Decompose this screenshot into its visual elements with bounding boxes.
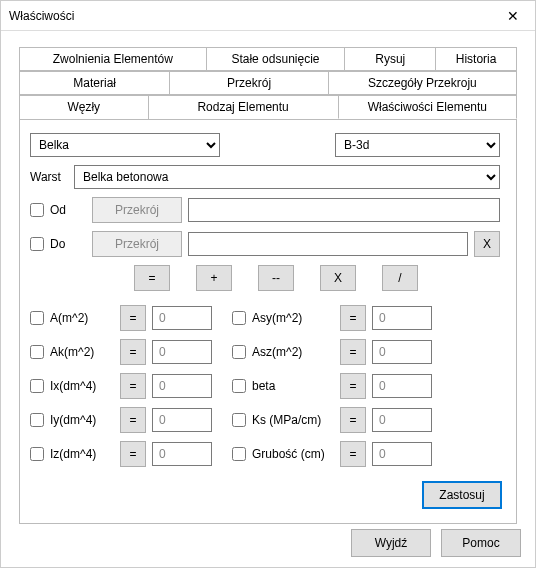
prop-ks-input[interactable] (372, 408, 432, 432)
prop-ak-eq[interactable]: = (120, 339, 146, 365)
prop-asy-input[interactable] (372, 306, 432, 330)
clear-to-button[interactable]: X (474, 231, 500, 257)
prop-asz-input[interactable] (372, 340, 432, 364)
prop-iz-eq[interactable]: = (120, 441, 146, 467)
selector-row: Belka B-3d (30, 133, 506, 157)
tab-stale-odsuniecie[interactable]: Stałe odsunięcie (206, 47, 346, 70)
prop-ix-label: Ix(dm^4) (50, 379, 96, 393)
prop-a-label: A(m^2) (50, 311, 88, 325)
warst-select[interactable]: Belka betonowa (74, 165, 500, 189)
prop-a: A(m^2) = (30, 305, 212, 331)
prop-ks-check[interactable]: Ks (MPa/cm) (232, 413, 340, 427)
prop-a-checkbox[interactable] (30, 311, 44, 325)
prop-grubosc-label: Grubość (cm) (252, 447, 325, 461)
prop-beta-check[interactable]: beta (232, 379, 340, 393)
tab-historia[interactable]: Historia (435, 47, 517, 70)
to-check[interactable]: Do (30, 237, 86, 251)
window-title: Właściwości (9, 9, 74, 23)
prop-iy-checkbox[interactable] (30, 413, 44, 427)
to-section-button[interactable]: Przekrój (92, 231, 182, 257)
prop-iy-input[interactable] (152, 408, 212, 432)
close-icon[interactable]: ✕ (491, 1, 535, 31)
prop-asy-label: Asy(m^2) (252, 311, 302, 325)
from-label: Od (50, 203, 66, 217)
type-select[interactable]: Belka (30, 133, 220, 157)
tab-wlasciwosci-elementu[interactable]: Właściwości Elementu (338, 95, 517, 119)
op-eq-button[interactable]: = (134, 265, 170, 291)
tab-zwolnienia[interactable]: Zwolnienia Elementów (19, 47, 207, 70)
to-label: Do (50, 237, 65, 251)
tab-rodzaj-elementu[interactable]: Rodzaj Elementu (148, 95, 339, 119)
to-value-input[interactable] (188, 232, 468, 256)
exit-button[interactable]: Wyjdź (351, 529, 431, 557)
prop-ix-input[interactable] (152, 374, 212, 398)
prop-a-eq[interactable]: = (120, 305, 146, 331)
from-checkbox[interactable] (30, 203, 44, 217)
prop-iz: Iz(dm^4) = (30, 441, 212, 467)
prop-beta: beta = (232, 373, 432, 399)
tab-przekroj[interactable]: Przekrój (169, 71, 328, 94)
prop-asz-eq[interactable]: = (340, 339, 366, 365)
prop-a-input[interactable] (152, 306, 212, 330)
prop-ix-eq[interactable]: = (120, 373, 146, 399)
prop-beta-eq[interactable]: = (340, 373, 366, 399)
op-minus-button[interactable]: -- (258, 265, 294, 291)
op-div-button[interactable]: / (382, 265, 418, 291)
prop-iy-check[interactable]: Iy(dm^4) (30, 413, 120, 427)
prop-grubosc-check[interactable]: Grubość (cm) (232, 447, 340, 461)
prop-beta-label: beta (252, 379, 275, 393)
prop-asz-label: Asz(m^2) (252, 345, 302, 359)
prop-a-check[interactable]: A(m^2) (30, 311, 120, 325)
prop-ix: Ix(dm^4) = (30, 373, 212, 399)
prop-beta-input[interactable] (372, 374, 432, 398)
prop-asz-checkbox[interactable] (232, 345, 246, 359)
prop-ak-input[interactable] (152, 340, 212, 364)
help-button[interactable]: Pomoc (441, 529, 521, 557)
tab-material[interactable]: Materiał (19, 71, 170, 94)
from-check[interactable]: Od (30, 203, 86, 217)
prop-asz-check[interactable]: Asz(m^2) (232, 345, 340, 359)
prop-grubosc-input[interactable] (372, 442, 432, 466)
code-select[interactable]: B-3d (335, 133, 500, 157)
apply-button[interactable]: Zastosuj (422, 481, 502, 509)
prop-ks: Ks (MPa/cm) = (232, 407, 432, 433)
tab-row-2: Materiał Przekrój Szczegóły Przekroju (19, 71, 517, 95)
prop-iz-label: Iz(dm^4) (50, 447, 96, 461)
tab-wezly[interactable]: Węzły (19, 95, 149, 119)
to-checkbox[interactable] (30, 237, 44, 251)
prop-beta-checkbox[interactable] (232, 379, 246, 393)
prop-ix-check[interactable]: Ix(dm^4) (30, 379, 120, 393)
prop-grubosc-eq[interactable]: = (340, 441, 366, 467)
prop-asy-eq[interactable]: = (340, 305, 366, 331)
tab-strip: Zwolnienia Elementów Stałe odsunięcie Ry… (19, 47, 517, 120)
prop-ks-eq[interactable]: = (340, 407, 366, 433)
titlebar: Właściwości ✕ (1, 1, 535, 31)
to-row: Do Przekrój X (30, 231, 506, 257)
tab-rysuj[interactable]: Rysuj (344, 47, 436, 70)
op-mul-button[interactable]: X (320, 265, 356, 291)
prop-iz-check[interactable]: Iz(dm^4) (30, 447, 120, 461)
prop-grubosc: Grubość (cm) = (232, 441, 432, 467)
prop-asy: Asy(m^2) = (232, 305, 432, 331)
op-plus-button[interactable]: + (196, 265, 232, 291)
tab-pane: Belka B-3d Warst Belka betonowa Od Przek… (19, 119, 517, 524)
tab-szczegoly-przekroju[interactable]: Szczegóły Przekroju (328, 71, 517, 94)
prop-ak-check[interactable]: Ak(m^2) (30, 345, 120, 359)
bottom-buttons: Wyjdź Pomoc (351, 529, 521, 557)
prop-iy-eq[interactable]: = (120, 407, 146, 433)
prop-ks-checkbox[interactable] (232, 413, 246, 427)
prop-iz-input[interactable] (152, 442, 212, 466)
from-row: Od Przekrój (30, 197, 506, 223)
prop-ak: Ak(m^2) = (30, 339, 212, 365)
prop-asy-checkbox[interactable] (232, 311, 246, 325)
prop-asz: Asz(m^2) = (232, 339, 432, 365)
from-section-button[interactable]: Przekrój (92, 197, 182, 223)
dialog-window: Właściwości ✕ Zwolnienia Elementów Stałe… (0, 0, 536, 568)
warst-row: Warst Belka betonowa (30, 165, 506, 189)
prop-grubosc-checkbox[interactable] (232, 447, 246, 461)
prop-iz-checkbox[interactable] (30, 447, 44, 461)
prop-ix-checkbox[interactable] (30, 379, 44, 393)
prop-asy-check[interactable]: Asy(m^2) (232, 311, 340, 325)
prop-ak-checkbox[interactable] (30, 345, 44, 359)
from-value-input[interactable] (188, 198, 500, 222)
